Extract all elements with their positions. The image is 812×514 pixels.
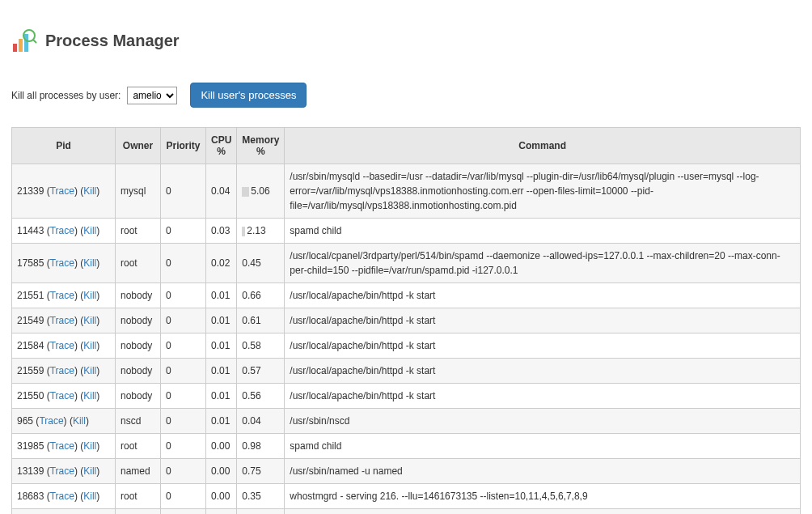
kill-link[interactable]: Kill bbox=[83, 257, 96, 269]
process-manager-icon bbox=[11, 28, 37, 53]
column-header-owner[interactable]: Owner bbox=[116, 128, 161, 164]
pid-cell: 21551 (Trace) (Kill) bbox=[12, 283, 116, 308]
memory-value: 0.75 bbox=[242, 465, 260, 477]
user-select[interactable]: amelio bbox=[127, 87, 177, 104]
owner-cell: root bbox=[116, 509, 161, 515]
column-header-memory[interactable]: Memory % bbox=[237, 128, 285, 164]
kill-link[interactable]: Kill bbox=[83, 315, 96, 326]
owner-cell: nobody bbox=[116, 283, 161, 308]
cpu-cell: 0.00 bbox=[206, 434, 237, 459]
pid-cell: 13139 (Trace) (Kill) bbox=[12, 459, 116, 484]
command-cell: /usr/local/apache/bin/httpd -k start bbox=[285, 308, 801, 333]
command-cell: spamd child bbox=[285, 434, 801, 459]
kill-link[interactable]: Kill bbox=[73, 415, 86, 427]
memory-value: 0.57 bbox=[242, 365, 260, 376]
column-header-command[interactable]: Command bbox=[285, 128, 801, 164]
trace-link[interactable]: Trace bbox=[50, 290, 74, 301]
memory-cell: 0.66 bbox=[237, 283, 285, 308]
process-table: Pid Owner Priority CPU % Memory % Comman… bbox=[11, 127, 801, 514]
table-row: 21339 (Trace) (Kill)mysql00.045.06/usr/s… bbox=[12, 164, 801, 219]
trace-link[interactable]: Trace bbox=[50, 491, 74, 502]
owner-cell: root bbox=[116, 244, 161, 283]
memory-value: 0.56 bbox=[242, 390, 260, 401]
table-row: 21549 (Trace) (Kill)nobody00.010.61/usr/… bbox=[12, 308, 801, 333]
priority-cell: 0 bbox=[161, 384, 206, 409]
pid-value: 21584 bbox=[17, 340, 44, 351]
table-row: 11443 (Trace) (Kill)root00.032.13spamd c… bbox=[12, 219, 801, 244]
column-header-priority[interactable]: Priority bbox=[161, 128, 206, 164]
priority-cell: 0 bbox=[161, 459, 206, 484]
cpu-cell: 0.02 bbox=[206, 244, 237, 283]
pid-value: 21549 bbox=[17, 315, 44, 326]
kill-users-processes-button[interactable]: Kill user's processes bbox=[190, 83, 307, 108]
column-header-pid[interactable]: Pid bbox=[12, 128, 116, 164]
pid-cell: 11443 (Trace) (Kill) bbox=[12, 219, 116, 244]
memory-cell: 0.45 bbox=[237, 244, 285, 283]
kill-link[interactable]: Kill bbox=[83, 440, 96, 452]
owner-cell: nobody bbox=[116, 308, 161, 333]
pid-cell: 21584 (Trace) (Kill) bbox=[12, 333, 116, 359]
memory-cell: 0.35 bbox=[237, 484, 285, 509]
priority-cell: 0 bbox=[161, 484, 206, 509]
command-cell: /usr/local/apache/bin/httpd -k start bbox=[285, 384, 801, 409]
owner-cell: nobody bbox=[116, 359, 161, 384]
pid-cell: 21550 (Trace) (Kill) bbox=[12, 384, 116, 409]
memory-value: 0.45 bbox=[242, 257, 260, 269]
table-row: 21547 (Trace) (Kill)root00.000.35/usr/lo… bbox=[12, 509, 801, 515]
pid-value: 31985 bbox=[17, 440, 44, 452]
kill-link[interactable]: Kill bbox=[83, 290, 96, 301]
kill-link[interactable]: Kill bbox=[83, 491, 96, 502]
kill-link[interactable]: Kill bbox=[83, 390, 96, 401]
table-row: 18683 (Trace) (Kill)root00.000.35whostmg… bbox=[12, 484, 801, 509]
trace-link[interactable]: Trace bbox=[50, 340, 74, 351]
kill-link[interactable]: Kill bbox=[83, 225, 96, 236]
column-header-cpu[interactable]: CPU % bbox=[206, 128, 237, 164]
trace-link[interactable]: Trace bbox=[50, 315, 74, 326]
page-header: Process Manager bbox=[11, 28, 801, 53]
command-cell: whostmgrd - serving 216. --llu=146167313… bbox=[285, 484, 801, 509]
cpu-cell: 0.01 bbox=[206, 359, 237, 384]
table-row: 13139 (Trace) (Kill)named00.000.75/usr/s… bbox=[12, 459, 801, 484]
command-cell: /usr/local/apache/bin/httpd -k start bbox=[285, 333, 801, 359]
kill-link[interactable]: Kill bbox=[83, 465, 96, 477]
trace-link[interactable]: Trace bbox=[50, 225, 74, 236]
kill-link[interactable]: Kill bbox=[83, 365, 96, 376]
page-title: Process Manager bbox=[45, 32, 180, 50]
pid-cell: 21559 (Trace) (Kill) bbox=[12, 359, 116, 384]
memory-value: 0.04 bbox=[242, 415, 260, 427]
pid-value: 11443 bbox=[17, 225, 44, 236]
svg-rect-1 bbox=[19, 39, 23, 52]
memory-cell: 0.35 bbox=[237, 509, 285, 515]
trace-link[interactable]: Trace bbox=[39, 415, 63, 427]
command-cell: /usr/local/apache/bin/httpd -k start bbox=[285, 509, 801, 515]
pid-cell: 21547 (Trace) (Kill) bbox=[12, 509, 116, 515]
memory-cell: 0.58 bbox=[237, 333, 285, 359]
memory-cell: 2.13 bbox=[237, 219, 285, 244]
owner-cell: nobody bbox=[116, 384, 161, 409]
table-row: 21551 (Trace) (Kill)nobody00.010.66/usr/… bbox=[12, 283, 801, 308]
memory-cell: 0.04 bbox=[237, 409, 285, 434]
trace-link[interactable]: Trace bbox=[50, 440, 74, 452]
cpu-cell: 0.01 bbox=[206, 283, 237, 308]
memory-cell: 5.06 bbox=[237, 164, 285, 219]
table-row: 965 (Trace) (Kill)nscd00.010.04/usr/sbin… bbox=[12, 409, 801, 434]
memory-value: 0.35 bbox=[242, 491, 260, 502]
priority-cell: 0 bbox=[161, 359, 206, 384]
svg-rect-0 bbox=[13, 44, 17, 52]
trace-link[interactable]: Trace bbox=[50, 365, 74, 376]
trace-link[interactable]: Trace bbox=[50, 390, 74, 401]
memory-value: 0.61 bbox=[242, 315, 260, 326]
priority-cell: 0 bbox=[161, 509, 206, 515]
memory-cell: 0.98 bbox=[237, 434, 285, 459]
cpu-cell: 0.01 bbox=[206, 308, 237, 333]
trace-link[interactable]: Trace bbox=[50, 185, 74, 197]
trace-link[interactable]: Trace bbox=[50, 465, 74, 477]
pid-value: 18683 bbox=[17, 491, 44, 502]
pid-value: 13139 bbox=[17, 465, 44, 477]
pid-cell: 21339 (Trace) (Kill) bbox=[12, 164, 116, 219]
pid-cell: 31985 (Trace) (Kill) bbox=[12, 434, 116, 459]
kill-link[interactable]: Kill bbox=[83, 185, 96, 197]
kill-link[interactable]: Kill bbox=[83, 340, 96, 351]
command-cell: /usr/sbin/named -u named bbox=[285, 459, 801, 484]
trace-link[interactable]: Trace bbox=[50, 257, 74, 269]
